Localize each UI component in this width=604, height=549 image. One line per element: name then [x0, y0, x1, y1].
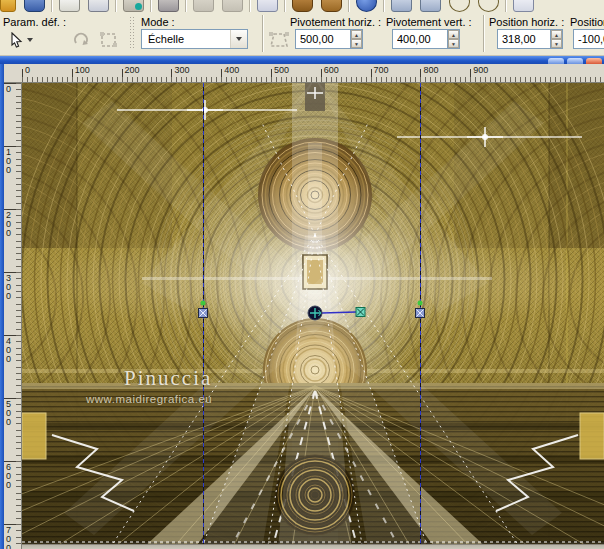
ruler-major-tick — [371, 69, 372, 82]
undo-icon[interactable] — [292, 0, 313, 12]
pivot-arm — [322, 312, 356, 313]
position-vert-field[interactable]: ▲ ▼ — [573, 29, 604, 49]
top-icon-toolbar — [0, 0, 604, 13]
spinner-up[interactable]: ▲ — [351, 30, 362, 39]
open-icon[interactable] — [0, 0, 16, 12]
undo-disabled-icon[interactable] — [222, 0, 243, 12]
toolbar-separator — [51, 0, 53, 12]
green-node-left[interactable] — [201, 301, 206, 306]
toolbar-grip[interactable] — [130, 17, 135, 50]
spinner-down[interactable]: ▼ — [351, 39, 362, 48]
ruler-label: 900 — [473, 65, 488, 75]
pivot-vert-field[interactable]: ▲ ▼ — [392, 29, 460, 49]
help-icon[interactable] — [356, 0, 377, 12]
ruler-label: 2 0 0 — [6, 211, 11, 238]
pivot-arm-handle[interactable] — [356, 308, 365, 317]
ruler-major-tick — [122, 69, 123, 82]
tool-options-toolbar: Param. déf. : Mode : Échelle — [0, 13, 604, 56]
redo-disabled-icon[interactable] — [193, 0, 214, 12]
ruler-label: 3 0 0 — [6, 274, 11, 301]
position-horiz-input[interactable] — [498, 30, 550, 48]
position-vert-input[interactable] — [574, 30, 604, 48]
ruler-label: 5 0 0 — [6, 400, 11, 427]
ruler-label: 200 — [125, 65, 140, 75]
pivot-vert-spinner[interactable]: ▲ ▼ — [447, 30, 459, 48]
deform-disabled-icon — [98, 30, 120, 50]
pivot-vert-label: Pivotement vert. : — [386, 16, 472, 28]
browse-icon[interactable] — [24, 0, 45, 12]
spinner-up[interactable]: ▲ — [551, 30, 562, 39]
toolbar-separator — [262, 15, 264, 52]
toolbar-separator — [505, 0, 507, 12]
ruler-major-tick — [271, 69, 272, 82]
mode-dropdown-button[interactable] — [230, 30, 247, 48]
perspective-disabled-icon — [268, 30, 290, 50]
view-full-icon[interactable] — [420, 0, 441, 12]
side-handle-left[interactable] — [199, 309, 208, 318]
ruler-label: 400 — [224, 65, 239, 75]
ruler-major-tick — [470, 69, 471, 82]
ruler-label: 7 0 0 — [6, 526, 11, 549]
ruler-label: 0 — [25, 65, 30, 75]
pivot-center-icon[interactable] — [308, 306, 322, 320]
chevron-down-icon — [236, 37, 242, 41]
rotate-disabled-icon — [70, 30, 92, 50]
zoom-in-icon[interactable] — [449, 0, 470, 12]
spinner-down[interactable]: ▼ — [551, 39, 562, 48]
ruler-label: 1 0 0 — [6, 148, 11, 175]
toolbar-separator — [249, 0, 251, 12]
ruler-label: 100 — [75, 65, 90, 75]
view-normal-icon[interactable] — [391, 0, 412, 12]
pivot-horiz-input[interactable] — [296, 30, 350, 48]
mode-label: Mode : — [141, 16, 175, 28]
zoom-out-icon[interactable] — [478, 0, 499, 12]
pointer-arrow-icon — [9, 32, 25, 49]
ruler-major-tick — [22, 69, 23, 82]
ruler-label: 4 0 0 — [6, 337, 11, 364]
chevron-down-icon — [27, 38, 33, 42]
ruler-major-tick — [221, 69, 222, 82]
ruler-label: 800 — [423, 65, 438, 75]
duplicate-icon[interactable] — [513, 0, 534, 12]
toolbar-separator — [185, 0, 187, 12]
ruler-label: 300 — [174, 65, 189, 75]
watermark-url: www.maidiregrafica.eu — [86, 393, 212, 405]
print-icon[interactable] — [158, 0, 179, 12]
toolbar-separator — [284, 0, 286, 12]
mode-combobox[interactable]: Échelle — [141, 29, 248, 49]
ruler-label: 6 0 0 — [6, 463, 11, 490]
position-horiz-field[interactable]: ▲ ▼ — [497, 29, 563, 49]
horizontal-ruler: 0100200300400500600700800900 — [4, 64, 604, 83]
preset-pointer-button[interactable] — [6, 29, 36, 51]
toolbar-separator — [483, 15, 485, 52]
new-icon[interactable] — [59, 0, 80, 12]
ruler-label: 0 — [6, 85, 11, 94]
green-node-right[interactable] — [418, 301, 423, 306]
copy-icon[interactable] — [257, 0, 278, 12]
ruler-major-tick — [72, 69, 73, 82]
pivot-horiz-spinner[interactable]: ▲ ▼ — [350, 30, 362, 48]
preset-label: Param. déf. : — [3, 16, 66, 28]
ruler-major-tick — [321, 69, 322, 82]
toolbar-separator — [115, 0, 117, 12]
save-icon[interactable] — [88, 0, 109, 12]
position-horiz-label: Position horiz. : — [489, 16, 564, 28]
position-horiz-spinner[interactable]: ▲ ▼ — [550, 30, 562, 48]
ruler-major-tick — [171, 69, 172, 82]
ruler-label: 600 — [324, 65, 339, 75]
artwork — [22, 83, 604, 549]
redo-icon[interactable] — [321, 0, 342, 12]
app-window: Param. déf. : Mode : Échelle — [0, 0, 604, 549]
watermark-name: Pinuccia — [124, 366, 212, 391]
spinner-up[interactable]: ▲ — [448, 30, 459, 39]
mode-value: Échelle — [142, 33, 230, 45]
pivot-horiz-field[interactable]: ▲ ▼ — [295, 29, 363, 49]
side-handle-right[interactable] — [416, 309, 425, 318]
position-vert-label: Position vert. : — [570, 16, 604, 28]
spinner-down[interactable]: ▼ — [448, 39, 459, 48]
scan-icon[interactable] — [123, 0, 144, 12]
image-canvas[interactable]: Pinuccia www.maidiregrafica.eu — [22, 83, 604, 549]
image-window-titlebar[interactable] — [0, 56, 604, 64]
ruler-label: 500 — [274, 65, 289, 75]
pivot-vert-input[interactable] — [393, 30, 447, 48]
